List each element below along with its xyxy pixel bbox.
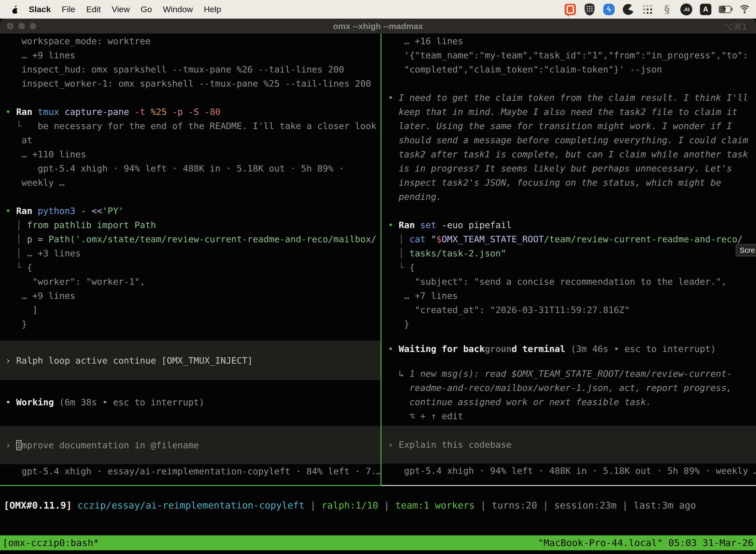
terminal-line: workspace_mode: worktree xyxy=(0,34,380,48)
dots-grid-icon[interactable] xyxy=(641,3,654,16)
terminal-line: › Improve documentation in @filename xyxy=(0,438,380,452)
terminal-line: └ be necessary for the end of the README… xyxy=(0,119,380,133)
terminal-line: "subject": "send a concise recommendatio… xyxy=(381,275,756,289)
terminal-line: "worker": "worker-1", xyxy=(0,275,380,289)
wifi-icon[interactable] xyxy=(738,3,751,16)
terminal-line: └ { xyxy=(381,260,756,275)
terminal-line: task2 after task1 is complete, but can I… xyxy=(381,147,756,161)
pane-border-bottom-right xyxy=(381,485,756,486)
blue-bolt-icon[interactable]: ϟ xyxy=(603,3,615,16)
right-terminal-pane[interactable]: … +16 lines '{"team_name":"my-team","tas… xyxy=(381,34,756,485)
terminal-line: … +110 lines xyxy=(0,147,380,161)
terminal-line: • Ran tmux capture-pane -t %25 -p -S -80 xyxy=(0,105,380,119)
terminal-line: gpt-5.4 xhigh · 94% left · 488K in · 5.1… xyxy=(381,464,756,478)
screen-overlay-label: Scre xyxy=(740,246,755,255)
chat-app-icon[interactable] xyxy=(564,3,576,16)
menu-item-file[interactable]: File xyxy=(62,4,75,14)
right-model-status-line: gpt-5.4 xhigh · 94% left · 488K in · 5.1… xyxy=(381,464,756,478)
terminal-line: └ { xyxy=(0,260,380,275)
menu-bar-status-icons: ϟ § ..61 A ϟ xyxy=(564,3,751,16)
terminal-line: "completed","claim_token":"claim-token"}… xyxy=(381,62,756,76)
menu-item-window[interactable]: Window xyxy=(163,4,193,14)
terminal-line: } xyxy=(0,317,380,331)
pane-border-bottom-left xyxy=(0,485,381,486)
terminal-line: continue assigned work or next feasible … xyxy=(381,395,756,409)
pie-chart-icon[interactable] xyxy=(622,3,634,16)
terminal-window: omx --xhigh --madmax ⌥⌘1 workspace_mode:… xyxy=(0,19,756,554)
menu-item-edit[interactable]: Edit xyxy=(86,4,101,14)
terminal-line xyxy=(0,91,380,105)
menu-item-view[interactable]: View xyxy=(112,4,130,14)
terminal-line: keep that in mind. Maybe I also need the… xyxy=(381,105,756,119)
terminal-line: is in progress? It seems likely but perh… xyxy=(381,161,756,175)
terminal-line: should send a message before completing … xyxy=(381,133,756,147)
letter-a-icon[interactable]: A xyxy=(699,3,712,16)
close-button[interactable] xyxy=(7,23,13,29)
battery-icon[interactable]: ϟ xyxy=(719,3,731,16)
traffic-lights xyxy=(7,23,36,29)
terminal-line: at xyxy=(0,133,380,147)
left-prompt-input[interactable]: › Improve documentation in @filename xyxy=(0,426,380,464)
menu-bar: Slack File Edit View Go Window Help ϟ § … xyxy=(0,0,756,19)
zoom-button[interactable] xyxy=(30,23,36,29)
terminal-line: … +9 lines xyxy=(0,289,380,303)
terminal-line: • Ran set -euo pipefail xyxy=(381,218,756,232)
squiggle-icon[interactable]: § xyxy=(661,3,673,16)
badge-61-icon[interactable]: ..61 xyxy=(680,3,693,16)
terminal-line xyxy=(381,204,756,218)
terminal-line: … +9 lines xyxy=(0,48,380,62)
omx-session-status: [OMX#0.11.9] cczip/essay/ai-reimplementa… xyxy=(0,486,756,512)
terminal-line: ] xyxy=(0,303,380,317)
terminal-line: › Explain this codebase xyxy=(381,438,756,452)
terminal-line: … +7 lines xyxy=(381,289,756,303)
shield-grid-icon[interactable] xyxy=(583,3,596,16)
terminal-line: gpt-5.4 xhigh · essay/ai-reimplementatio… xyxy=(0,464,380,478)
ralph-inject-banner[interactable]: › Ralph loop active continue [OMX_TMUX_I… xyxy=(0,340,380,380)
right-pane-output: … +16 lines '{"team_name":"my-team","tas… xyxy=(381,34,756,331)
terminal-line: inspect_worker-1: omx sparkshell --tmux-… xyxy=(0,76,380,91)
terminal-line: inspect_hud: omx sparkshell --tmux-pane … xyxy=(0,62,380,76)
tmux-host-time-label: "MacBook-Pro-44.local" 05:03 31-Mar-26 xyxy=(538,537,754,548)
window-shortcut-label: ⌥⌘1 xyxy=(723,21,747,32)
terminal-line: inspect task2's JSON, focusing on the st… xyxy=(381,175,756,189)
left-pane-output: workspace_mode: worktree … +9 lines insp… xyxy=(0,34,380,331)
terminal-line: • Working (6m 38s • esc to interrupt) xyxy=(0,395,380,409)
terminal-line: • I need to get the claim token from the… xyxy=(381,91,756,105)
terminal-line: • Waiting for background terminal (3m 46… xyxy=(381,342,756,356)
apple-icon[interactable] xyxy=(11,5,19,14)
terminal-line: › Ralph loop active continue [OMX_TMUX_I… xyxy=(0,353,380,368)
window-title: omx --xhigh --madmax xyxy=(333,21,423,31)
terminal-line: later. Using the same for transition mig… xyxy=(381,119,756,133)
terminal-line: "created_at": "2026-03-31T11:59:27.816Z" xyxy=(381,303,756,317)
screen-overlay-button[interactable]: Scre xyxy=(736,244,756,257)
terminal-line: readme-and-reco/mailbox/worker-1.json, a… xyxy=(381,381,756,395)
terminal-line: gpt-5.4 xhigh · 94% left · 488K in · 5.1… xyxy=(0,161,380,175)
terminal-line xyxy=(0,189,380,204)
waiting-status-line: • Waiting for background terminal (3m 46… xyxy=(381,342,756,356)
right-prompt-input[interactable]: › Explain this codebase xyxy=(381,426,756,464)
terminal-line: weekly … xyxy=(0,175,380,189)
tmux-status-bar: [omx-cczip0:bash* "MacBook-Pro-44.local"… xyxy=(0,535,756,550)
terminal-line: ⌥ + ↑ edit xyxy=(381,409,756,423)
terminal-line: ↳ 1 new msg(s): read $OMX_TEAM_STATE_ROO… xyxy=(381,367,756,381)
mailbox-message: ↳ 1 new msg(s): read $OMX_TEAM_STATE_ROO… xyxy=(381,367,756,423)
terminal-line: │ from pathlib import Path xyxy=(0,218,380,232)
terminal-line: │ … +3 lines xyxy=(0,246,380,260)
terminal-line xyxy=(381,76,756,91)
terminal-line: pending. xyxy=(381,189,756,204)
working-status-line: • Working (6m 38s • esc to interrupt) xyxy=(0,395,380,409)
terminal-line: │ cat "$OMX_TEAM_STATE_ROOT/team/review-… xyxy=(381,232,756,246)
left-terminal-pane[interactable]: workspace_mode: worktree … +9 lines insp… xyxy=(0,34,380,485)
minimize-button[interactable] xyxy=(18,23,25,29)
terminal-line: [OMX#0.11.9] cczip/essay/ai-reimplementa… xyxy=(0,498,756,512)
tmux-session-label: [omx-cczip0:bash* xyxy=(2,537,99,548)
menu-app-name[interactable]: Slack xyxy=(29,4,51,14)
menu-item-go[interactable]: Go xyxy=(141,4,152,14)
pane-divider-vertical[interactable] xyxy=(380,34,381,486)
menu-item-help[interactable]: Help xyxy=(204,4,221,14)
window-title-bar: omx --xhigh --madmax ⌥⌘1 xyxy=(0,19,756,34)
terminal-line: '{"team_name":"my-team","task_id":"1","f… xyxy=(381,48,756,62)
terminal-line: … +16 lines xyxy=(381,34,756,48)
left-model-status-line: gpt-5.4 xhigh · essay/ai-reimplementatio… xyxy=(0,464,380,478)
terminal-line: │ tasks/task-2.json" xyxy=(381,246,756,260)
